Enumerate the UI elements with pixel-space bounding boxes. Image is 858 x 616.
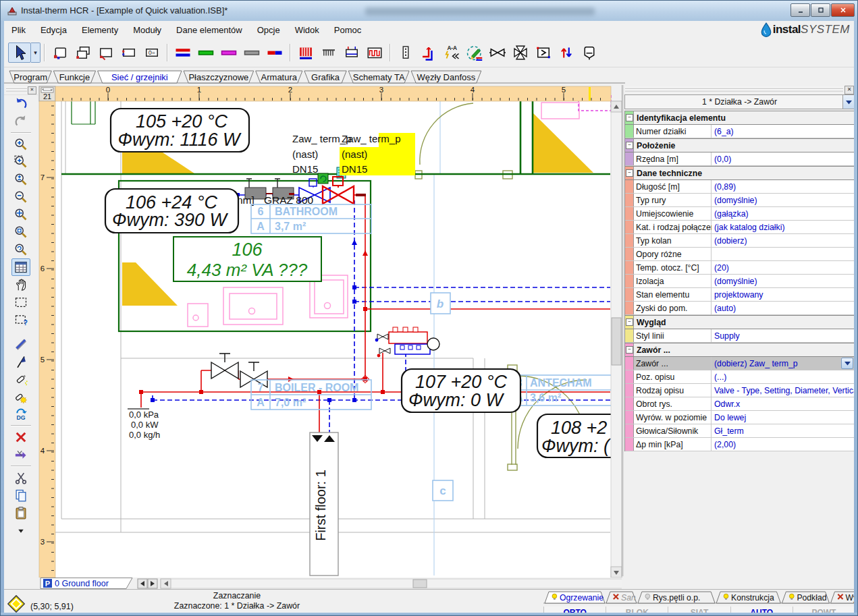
- property-row-katirodzajpocze[interactable]: Kat. i rodzaj połączeń(jak katalog dział…: [625, 221, 854, 234]
- toolbar-button-edit-loop[interactable]: [463, 43, 486, 63]
- hscroll-thumb[interactable]: [413, 580, 427, 588]
- toolbar-button-valve-4way[interactable]: [509, 43, 532, 63]
- marker-b[interactable]: b: [431, 293, 450, 314]
- property-value[interactable]: (domyślnie): [714, 196, 757, 205]
- property-row-pozopisu[interactable]: Poz. opisu(...): [625, 370, 854, 384]
- panel-group-header[interactable]: −Położenie: [625, 138, 854, 152]
- panel-group-header[interactable]: −Zawór ...: [625, 343, 854, 357]
- layer-tab-ogrzewanie[interactable]: Ogrzewanie: [545, 592, 605, 603]
- layer-tab-podkad[interactable]: Podkład: [782, 592, 829, 603]
- toolbar-button-pipe-redblue[interactable]: [263, 43, 286, 63]
- palette-button-paste[interactable]: [11, 504, 30, 522]
- property-row-dugom[interactable]: Długość [m](0,89): [625, 180, 854, 194]
- property-value[interactable]: (dobierz) Zaw_ term_p: [714, 359, 798, 368]
- toolbar-button-section-aa[interactable]: A-A: [440, 43, 463, 63]
- property-row-oporyrne[interactable]: Opory różne: [625, 248, 854, 261]
- marker-c[interactable]: c: [433, 480, 453, 501]
- property-row-zyskidopom[interactable]: Zyski do pom.(auto): [625, 302, 854, 315]
- toolbar-button-pipe-green[interactable]: [194, 43, 217, 63]
- doc-tab-armatura[interactable]: Armatura: [256, 71, 302, 83]
- property-value[interactable]: (2,00): [714, 440, 736, 449]
- palette-button-zoom-in[interactable]: [11, 136, 30, 153]
- toolbar-button-pipe-gray[interactable]: [240, 43, 263, 63]
- palette-button-copy[interactable]: [11, 486, 30, 504]
- property-value[interactable]: Odwr.x: [714, 399, 740, 409]
- palette-button-redo[interactable]: [11, 113, 30, 130]
- property-value[interactable]: (dobierz): [714, 236, 747, 246]
- title-bar[interactable]: Instal-therm HCR - [Example of Quick val…: [1, 1, 857, 22]
- panel-close-icon[interactable]: ✕: [844, 86, 854, 94]
- toolbar-button-room-single[interactable]: [49, 43, 72, 63]
- callout-105[interactable]: 105 +20 °C Фwym: 1116 W: [111, 109, 249, 152]
- toolbar-button-room-flag[interactable]: [95, 43, 117, 63]
- panel-grip[interactable]: ✕: [624, 85, 855, 94]
- toolbar-button-room-double[interactable]: [72, 43, 95, 63]
- palette-button-hand[interactable]: [11, 276, 30, 293]
- property-row-zawr[interactable]: Zawór ...(dobierz) Zaw_ term_p: [625, 357, 854, 370]
- canvas-hscrollbar[interactable]: [161, 579, 622, 588]
- property-row-styllinii[interactable]: Styl liniiSupply: [625, 329, 854, 343]
- callout-108[interactable]: 108 +2 Фwym: (: [537, 414, 622, 457]
- property-row-numerdziaki[interactable]: Numer działki(6_a): [625, 125, 854, 138]
- toolbar-button-room-rect[interactable]: [117, 43, 140, 63]
- palette-button-more-arrow[interactable]: [11, 522, 30, 539]
- doc-tab-funkcje[interactable]: Funkcje: [53, 71, 95, 83]
- layer-tab-wydruk[interactable]: Wydruk: [831, 592, 856, 603]
- panel-group-header[interactable]: −Identyfikacja elementu: [625, 111, 854, 125]
- palette-button-zoom-plusminus[interactable]: [11, 171, 30, 188]
- toolbar-button-radiator-panel[interactable]: [340, 43, 363, 63]
- panel-group-header[interactable]: −Wygląd: [625, 315, 854, 329]
- property-row-umiejscowienie[interactable]: Umiejscowienie(gałązka): [625, 207, 854, 221]
- palette-button-scissors[interactable]: [11, 469, 30, 486]
- doc-tab-program[interactable]: Program: [9, 71, 51, 83]
- menu-item-plik[interactable]: Plik: [4, 22, 33, 38]
- layer-tab-san[interactable]: San: [606, 592, 637, 603]
- maximize-button[interactable]: [811, 3, 830, 17]
- drawing-canvas[interactable]: First floor: 1 Zaw_ term_p (nast) DN15 Z…: [38, 85, 622, 578]
- toolbar-button-arrows-updown[interactable]: [555, 43, 578, 63]
- palette-button-select-rect[interactable]: [11, 293, 30, 311]
- close-button[interactable]: [831, 3, 855, 17]
- palette-grip[interactable]: ✕: [4, 85, 38, 95]
- selection-combo[interactable]: 1 * Działka -> Zawór: [624, 94, 855, 109]
- doc-tab-p-aszczyznowe[interactable]: Płaszczyznowe: [184, 71, 254, 83]
- property-value[interactable]: Gł_term: [714, 426, 744, 436]
- layer-tab-rysptliop[interactable]: Rys.pętli o.p.: [638, 592, 715, 603]
- riser-symbol[interactable]: First floor: 1: [310, 432, 338, 576]
- palette-button-cut-trim[interactable]: [11, 446, 30, 464]
- property-value[interactable]: (0,89): [714, 182, 736, 192]
- toolbar-button-box-arrow[interactable]: [532, 43, 555, 63]
- toolbar-button-pipes-elbow[interactable]: [417, 43, 440, 63]
- toolbar-button-riser-col[interactable]: [394, 43, 417, 63]
- property-row-gowicasiownik[interactable]: Głowica/SiłownikGł_term: [625, 424, 854, 438]
- palette-button-select-rect-query[interactable]: ?: [11, 311, 30, 329]
- palette-button-draw-flag[interactable]: [11, 353, 30, 370]
- toolbar-button-arrow-select[interactable]: [8, 43, 31, 63]
- menu-item-opcje[interactable]: Opcje: [250, 22, 288, 38]
- property-row-wyrwwpoziomie[interactable]: Wyrów. w poziomieDo lewej: [625, 411, 854, 424]
- layer-tab-konstrukcja[interactable]: Konstrukcja: [716, 592, 780, 603]
- property-value[interactable]: Supply: [714, 331, 740, 341]
- selection-combo-arrow[interactable]: [842, 95, 854, 109]
- palette-button-properties-table[interactable]: [11, 258, 30, 276]
- property-row-stanelementu[interactable]: Stan elementuprojektowany: [625, 288, 854, 302]
- property-value[interactable]: (0,0): [714, 155, 731, 164]
- doc-tab-grafika[interactable]: Grafika: [304, 71, 346, 83]
- doc-tab-w-z-y-danfoss[interactable]: Węzły Danfoss: [411, 71, 481, 83]
- property-row-typrury[interactable]: Typ rury(domyślnie): [625, 194, 854, 207]
- property-row-tempotoczc[interactable]: Temp. otocz. [°C](20): [625, 261, 854, 275]
- property-row-rodzajopisu[interactable]: Rodzaj opisuValve - Type, Setting, Diame…: [625, 384, 854, 397]
- toolbar-button-pipe-magenta[interactable]: [217, 43, 240, 63]
- property-row-rzdnam[interactable]: Rzędna [m](0,0): [625, 152, 854, 166]
- palette-button-delete[interactable]: [11, 428, 30, 446]
- property-value[interactable]: (gałązka): [714, 209, 749, 219]
- value-dropdown-button[interactable]: [841, 358, 853, 369]
- toolbar-button-valve-2way[interactable]: [486, 43, 509, 63]
- menu-item-elementy[interactable]: Elementy: [74, 22, 126, 38]
- palette-button-zoom-refresh[interactable]: [11, 241, 30, 258]
- property-value[interactable]: (...): [714, 372, 726, 382]
- palette-button-undo[interactable]: [11, 95, 30, 113]
- panel-group-header[interactable]: −Dane techniczne: [625, 166, 854, 180]
- toolbar-button-radiator-floor[interactable]: [363, 43, 386, 63]
- menu-item-moduy[interactable]: Moduły: [126, 22, 169, 38]
